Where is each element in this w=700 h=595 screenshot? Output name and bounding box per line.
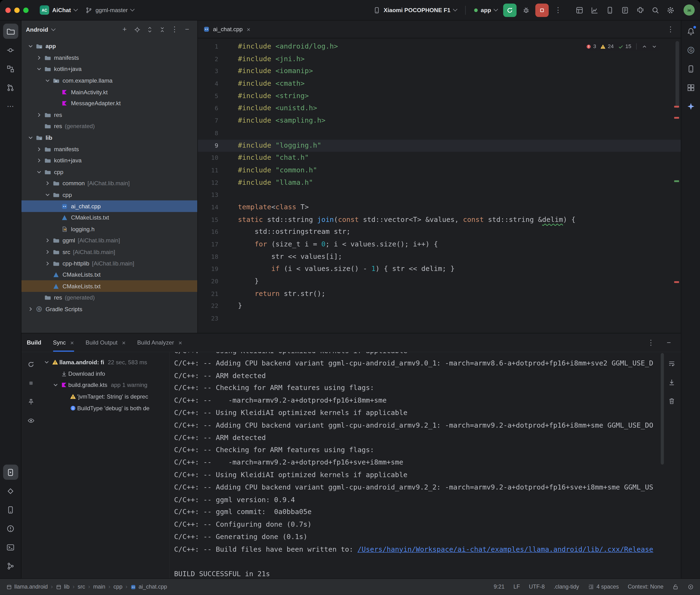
breadcrumb-src[interactable]: src — [78, 584, 85, 590]
settings-button[interactable] — [664, 3, 677, 17]
tree-item-com-example-llama[interactable]: com.example.llama — [22, 75, 197, 86]
stripe-mark[interactable] — [674, 281, 679, 283]
tree-item-mainactivity-kt[interactable]: MainActivity.kt — [22, 86, 197, 97]
code-line[interactable]: 10#include "chat.h" — [198, 152, 681, 164]
code-line[interactable]: 7#include <sampling.h> — [198, 115, 681, 127]
stop-button[interactable] — [24, 376, 37, 390]
editor-options-kebab-icon[interactable]: ⋮ — [664, 23, 677, 36]
code-line[interactable]: 18 str << values[i]; — [198, 251, 681, 263]
breadcrumb-llama-android[interactable]: llama.android — [6, 584, 48, 590]
tool-window-button-terminal[interactable] — [3, 540, 18, 555]
code-line[interactable]: 19 if (i < values.size() - 1) { str << d… — [198, 263, 681, 276]
add-button[interactable]: + — [119, 24, 131, 35]
tool-window-button-notifications[interactable] — [683, 24, 698, 39]
code-line[interactable]: 16 std::ostringstream str; — [198, 226, 681, 238]
build-tree-item-download-info[interactable]: Download info — [40, 368, 169, 379]
tree-item-cpp-httplib[interactable]: cpp-httplib[AiChat.lib.main] — [22, 258, 197, 269]
tree-item-ai-chat-cpp[interactable]: ai_chat.cpp — [22, 200, 197, 212]
locate-button[interactable] — [131, 24, 143, 35]
code-line[interactable]: 20 } — [198, 276, 681, 288]
code-line[interactable]: 12#include "llama.h" — [198, 176, 681, 189]
code-line[interactable]: 4#include <cmath> — [198, 78, 681, 90]
tree-item-logging-h[interactable]: Hlogging.h — [22, 223, 197, 235]
stop-button[interactable] — [535, 3, 549, 17]
tool-window-button-gemini[interactable] — [683, 98, 698, 114]
build-tab-build-analyzer[interactable]: Build Analyzer× — [137, 333, 182, 352]
tool-window-button-project[interactable] — [3, 24, 18, 39]
close-tab-icon[interactable]: × — [178, 339, 182, 346]
status-inspections[interactable] — [688, 584, 694, 590]
tree-item-lib[interactable]: lib — [22, 132, 197, 143]
code-line[interactable]: 2#include <jni.h> — [198, 53, 681, 65]
hide-button[interactable]: − — [181, 24, 193, 35]
breadcrumb-lib[interactable]: lib — [56, 584, 69, 590]
code-line[interactable]: 21 return str.str(); — [198, 288, 681, 300]
tree-item-kotlin-java[interactable]: kotlin+java — [22, 63, 197, 75]
editor-tab-ai-chat-cpp[interactable]: ai_chat.cpp× — [198, 21, 256, 38]
stripe-mark[interactable] — [674, 117, 679, 119]
status-clang-tidy[interactable]: .clang-tidy — [554, 584, 579, 590]
code-editor[interactable]: 1#include <android/log.h>2#include <jni.… — [198, 38, 681, 333]
tree-item-ggml[interactable]: ggml[AiChat.lib.main] — [22, 235, 197, 246]
tool-window-button-device-explorer[interactable] — [683, 61, 698, 77]
tree-item-res[interactable]: res(generated) — [22, 292, 197, 303]
tree-item-kotlin-java[interactable]: kotlin+java — [22, 155, 197, 166]
code-line[interactable]: 17 for (size_t i = 0; i < values.size();… — [198, 238, 681, 251]
tree-item-app[interactable]: app — [22, 41, 197, 52]
tool-window-button-pull-requests[interactable] — [3, 80, 18, 95]
breadcrumb-ai-chat-cpp[interactable]: ai_chat.cpp — [131, 584, 167, 590]
debug-button[interactable] — [519, 3, 533, 17]
status-9-21[interactable]: 9:21 — [494, 584, 505, 590]
console-link[interactable]: /Users/hanyin/Workspace/ai-chat/examples… — [358, 545, 653, 553]
zoom-window-button[interactable] — [23, 7, 28, 12]
tool-window-button-structure[interactable] — [3, 61, 18, 77]
code-line[interactable]: 13 — [198, 189, 681, 201]
tree-item-cmakelists-txt[interactable]: CMakeLists.txt — [22, 281, 197, 292]
tree-item-cmakelists-txt[interactable]: CMakeLists.txt — [22, 212, 197, 223]
tool-window-button-resource-manager[interactable] — [683, 80, 698, 95]
tool-window-button-commit[interactable] — [3, 42, 18, 58]
editor-scrollbar-thumb[interactable] — [675, 41, 679, 108]
breadcrumb-main[interactable]: main — [93, 584, 105, 590]
tool-window-button-more-tools[interactable]: ⋯ — [3, 98, 18, 114]
tool-window-button-problems[interactable] — [3, 521, 18, 536]
pin-button[interactable] — [24, 395, 37, 408]
build-tab-build-output[interactable]: Build Output× — [85, 333, 125, 352]
code-line[interactable]: 11#include "common.h" — [198, 164, 681, 177]
build-tree-item-buildtype-debug-is-both-de[interactable]: BuildType 'debug' is both de — [40, 402, 169, 414]
tool-window-button-version-control[interactable] — [3, 558, 18, 573]
tree-item-manifests[interactable]: manifests — [22, 52, 197, 63]
close-tab-icon[interactable]: × — [247, 26, 250, 33]
stripe-mark[interactable] — [674, 106, 679, 107]
device-selector[interactable]: Xiaomi POCOPHONE F1 — [370, 4, 460, 16]
code-line[interactable]: 6#include <unistd.h> — [198, 103, 681, 115]
clear-button[interactable] — [665, 394, 678, 407]
more-button[interactable]: ⋮ — [169, 24, 180, 35]
profiler-button[interactable] — [588, 3, 601, 17]
inspection-warning[interactable]: 24 — [600, 43, 614, 50]
status-lf[interactable]: LF — [513, 584, 520, 590]
build-options-kebab-icon[interactable]: ⋮ — [644, 336, 657, 349]
code-line[interactable]: 3#include <iomanip> — [198, 65, 681, 78]
status-unlock[interactable] — [672, 584, 678, 590]
inspections-widget[interactable]: 32415 — [582, 42, 660, 51]
status-context-none[interactable]: Context: None — [628, 584, 664, 590]
project-view-selector[interactable]: Android — [26, 26, 48, 33]
tree-item-manifests[interactable]: manifests — [22, 143, 197, 155]
hide-build-window-icon[interactable]: − — [662, 336, 675, 349]
code-line[interactable]: 14template<class T> — [198, 201, 681, 214]
project-selector[interactable]: AC AiChat — [37, 3, 80, 17]
build-tab-sync[interactable]: Sync× — [53, 333, 74, 352]
run-configuration-selector[interactable]: app — [471, 4, 500, 16]
code-line[interactable]: 9#include "logging.h" — [198, 140, 681, 152]
soft-wrap-button[interactable] — [665, 357, 678, 370]
close-window-button[interactable] — [5, 7, 10, 12]
next-problem-icon[interactable] — [651, 44, 657, 49]
tree-item-messageadapter-kt[interactable]: MessageAdapter.kt — [22, 97, 197, 109]
user-avatar[interactable] — [683, 4, 695, 16]
error-stripe[interactable] — [674, 38, 680, 333]
minimize-window-button[interactable] — [14, 7, 20, 12]
tool-window-button-app-insights[interactable] — [3, 483, 18, 499]
console-scrollbar[interactable] — [661, 353, 664, 465]
tree-item-gradle-scripts[interactable]: GGradle Scripts — [22, 303, 197, 315]
